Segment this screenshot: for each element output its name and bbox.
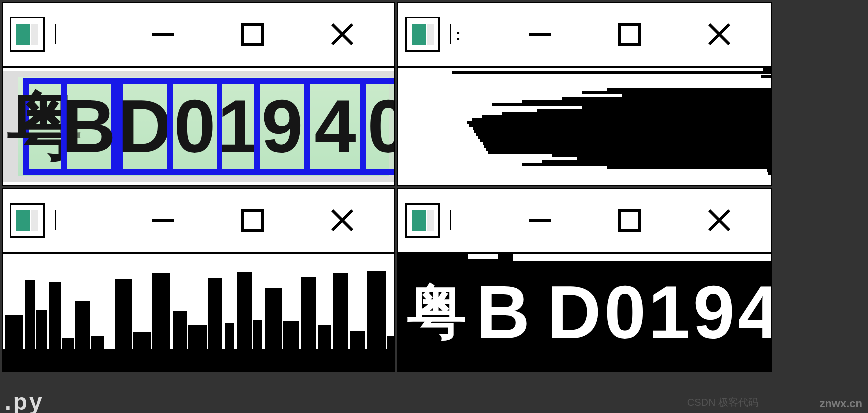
minimize-icon <box>527 21 553 47</box>
watermark-right: znwx.cn <box>819 397 862 410</box>
close-button[interactable] <box>327 206 357 235</box>
minimize-button[interactable] <box>525 206 555 235</box>
watermark-center: CSDN 极客代码 <box>687 396 758 409</box>
close-icon <box>329 207 355 233</box>
minimize-button[interactable] <box>148 206 178 235</box>
close-button[interactable] <box>704 206 734 235</box>
close-button[interactable] <box>327 19 357 49</box>
maximize-icon <box>617 207 643 233</box>
char-box-2: D <box>117 78 173 175</box>
maximize-button[interactable] <box>615 19 645 49</box>
binarized-plate-image: 粤 B D 0 1 9 4 0 <box>398 254 771 371</box>
horizontal-projection-chart <box>398 68 771 185</box>
license-plate: 粤 B D 0 1 9 4 0 <box>18 77 389 176</box>
titlebar <box>3 189 394 254</box>
char-box-3: 0 <box>167 78 222 175</box>
minimize-icon <box>527 207 553 233</box>
title-divider <box>55 24 56 44</box>
char-box-4: 1 <box>217 78 260 175</box>
title-divider <box>450 24 451 44</box>
maximize-button[interactable] <box>237 206 267 235</box>
char-box-5: 9 <box>254 78 310 175</box>
bin-char-0: 粤 <box>407 272 470 353</box>
minimize-icon <box>150 21 176 47</box>
title-divider <box>450 210 451 230</box>
maximize-icon <box>239 207 265 233</box>
minimize-button[interactable] <box>148 19 178 49</box>
bin-char-3: 0 <box>604 269 649 356</box>
window-icon <box>10 17 45 52</box>
close-icon <box>706 207 732 233</box>
minimize-button[interactable] <box>525 19 555 49</box>
titlebar <box>3 3 394 68</box>
bin-char-4: 1 <box>649 269 693 356</box>
minimize-icon <box>150 207 176 233</box>
content-vertical-projection <box>3 254 394 371</box>
title-divider <box>55 210 56 230</box>
window-title: : <box>455 25 461 44</box>
content-horizontal-projection <box>398 68 771 185</box>
bin-char-5: 9 <box>693 269 738 356</box>
bin-char-6: 4 <box>738 269 771 356</box>
window-icon <box>405 17 440 52</box>
close-icon <box>706 21 732 47</box>
maximize-button[interactable] <box>237 19 267 49</box>
maximize-button[interactable] <box>615 206 645 235</box>
svg-rect-5 <box>620 24 640 44</box>
bin-char-2: D <box>547 269 604 356</box>
window-binarized-plate: 粤 B D 0 1 9 4 0 <box>397 188 772 372</box>
window-icon <box>405 203 440 238</box>
svg-rect-9 <box>242 210 262 230</box>
filename-fragment: .py <box>5 388 44 413</box>
maximize-icon <box>617 21 643 47</box>
content-segmented-plate: 粤 B D 0 1 9 4 0 <box>3 68 394 185</box>
svg-rect-1 <box>242 24 262 44</box>
titlebar <box>398 189 771 254</box>
window-vertical-projection <box>2 188 395 372</box>
char-box-6: 4 <box>304 78 366 175</box>
close-icon <box>329 21 355 47</box>
bin-char-1: B <box>476 269 533 356</box>
char-box-7: 0 <box>360 78 394 175</box>
window-icon <box>10 203 45 238</box>
window-segmented-plate: 粤 B D 0 1 9 4 0 <box>2 2 395 186</box>
svg-rect-13 <box>620 210 640 230</box>
vertical-projection-chart <box>3 254 394 371</box>
titlebar: : <box>398 3 771 68</box>
content-binarized-plate: 粤 B D 0 1 9 4 0 <box>398 254 771 371</box>
maximize-icon <box>239 21 265 47</box>
close-button[interactable] <box>704 19 734 49</box>
char-box-1: B <box>61 78 117 175</box>
window-horizontal-projection: : <box>397 2 772 186</box>
char-box-0: 粤 <box>23 78 67 175</box>
